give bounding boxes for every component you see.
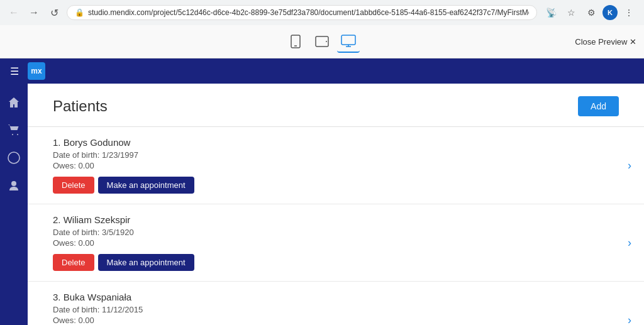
cast-button[interactable]: 📡 [542,4,560,21]
patient-name-3: 3. Buka Wspaniała [53,292,619,302]
forward-button[interactable]: → [26,5,42,20]
delete-patient-1-button[interactable]: Delete [53,177,94,194]
patient-2-chevron-icon[interactable]: › [628,236,631,250]
close-preview-button[interactable]: Close Preview ✕ [575,37,636,47]
patient-actions-1: Delete Make an appointment [53,177,619,194]
add-patient-button[interactable]: Add [578,96,619,116]
appointment-patient-1-button[interactable]: Make an appointment [98,177,194,194]
sidebar-item-add[interactable] [1,145,26,170]
main-content: Patients Add 1. Borys Godunow Date of bi… [28,84,644,325]
extensions-button[interactable]: ⚙ [582,4,600,21]
device-tablet-button[interactable] [311,30,333,53]
page-header: Patients Add [28,84,644,127]
hamburger-menu-button[interactable]: ☰ [8,63,21,80]
sidebar-item-user[interactable] [1,173,26,198]
patient-name-1: 1. Borys Godunow [53,137,619,148]
app-wrapper: ☰ mx [0,58,644,325]
device-mobile-button[interactable] [284,30,307,53]
patient-dob-1: Date of birth: 1/23/1997 [53,150,619,160]
bookmark-button[interactable]: ☆ [562,4,580,21]
patient-dob-3: Date of birth: 11/12/2015 [53,305,619,314]
browser-actions: 📡 ☆ ⚙ K ⋮ [542,4,638,21]
sidebar [0,84,28,325]
browser-chrome: ← → ↺ 🔒 📡 ☆ ⚙ K ⋮ [0,0,644,25]
back-button[interactable]: ← [6,5,21,20]
address-bar: 🔒 [67,5,537,20]
patient-card-1: 1. Borys Godunow Date of birth: 1/23/199… [28,127,644,204]
patient-card-2: 2. Wiliam Szekspir Date of birth: 3/5/19… [28,204,644,282]
patient-name-2: 2. Wiliam Szekspir [53,214,619,225]
device-desktop-button[interactable] [337,30,360,53]
patient-owes-2: Owes: 0.00 [53,238,619,248]
patient-owes-3: Owes: 0.00 [53,316,619,325]
profile-button[interactable]: K [602,5,618,20]
patient-list: 1. Borys Godunow Date of birth: 1/23/199… [28,127,644,325]
patient-actions-2: Delete Make an appointment [53,254,619,271]
patient-card-3: 3. Buka Wspaniała Date of birth: 11/12/2… [28,282,644,325]
lock-icon: 🔒 [75,8,84,17]
device-icons [284,30,360,53]
preview-bar: Close Preview ✕ [0,25,644,58]
reload-button[interactable]: ↺ [47,5,62,20]
svg-point-8 [11,181,16,186]
browser-toolbar: ← → ↺ 🔒 📡 ☆ ⚙ K ⋮ [0,0,644,25]
sidebar-item-cart[interactable] [1,118,26,143]
mx-logo: mx [28,62,45,80]
sidebar-item-home[interactable] [1,90,26,115]
delete-patient-2-button[interactable]: Delete [53,254,94,271]
svg-point-7 [8,152,19,163]
patient-owes-1: Owes: 0.00 [53,161,619,170]
patient-dob-2: Date of birth: 3/5/1920 [53,228,619,237]
svg-rect-4 [341,35,355,45]
top-nav: ☰ mx [0,58,644,84]
page-title: Patients [53,97,108,115]
appointment-patient-2-button[interactable]: Make an appointment [98,254,194,271]
patient-1-chevron-icon[interactable]: › [628,159,631,172]
app-container: Patients Add 1. Borys Godunow Date of bi… [0,84,644,325]
menu-button[interactable]: ⋮ [620,4,638,21]
patient-3-chevron-icon[interactable]: › [628,314,631,325]
url-input[interactable] [88,8,529,17]
